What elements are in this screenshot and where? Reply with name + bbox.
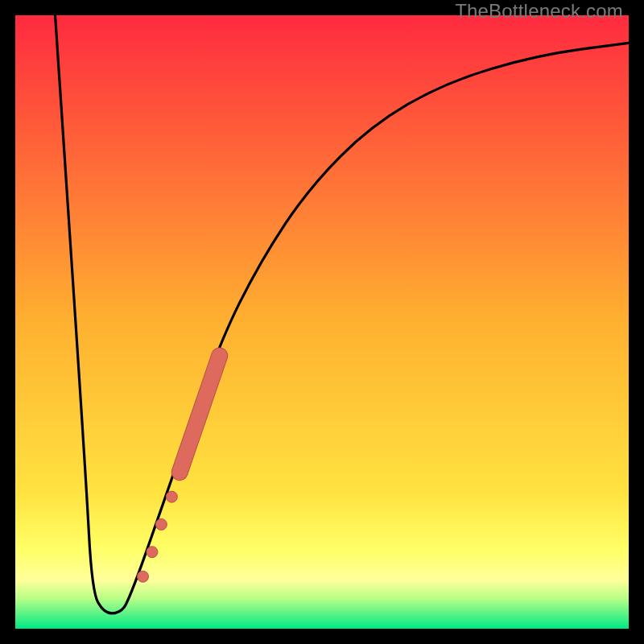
- marker-dot: [155, 518, 167, 530]
- marker-dot: [137, 571, 148, 582]
- marker-bar: [180, 356, 220, 473]
- marker-dot: [166, 491, 177, 502]
- watermark-text: TheBottleneck.com: [455, 0, 623, 23]
- plot-frame: [15, 15, 629, 629]
- chart-svg: [15, 15, 629, 629]
- data-markers: [137, 356, 219, 582]
- marker-dot: [147, 547, 158, 558]
- bottleneck-curve: [56, 15, 629, 613]
